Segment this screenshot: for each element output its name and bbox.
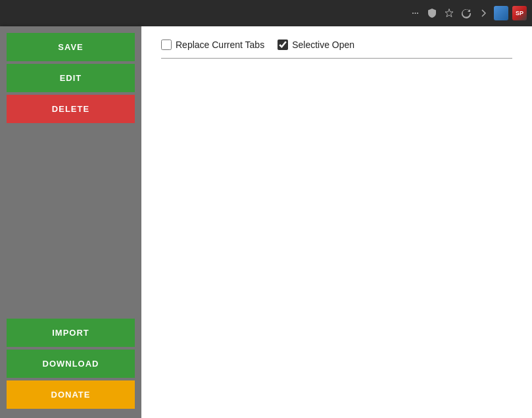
delete-button[interactable]: DELETE — [7, 95, 135, 123]
forward-icon[interactable] — [477, 7, 490, 20]
browser-chrome: ··· SP — [0, 0, 532, 26]
sidebar-spacer — [7, 126, 135, 319]
selective-open-option: Selective Open — [278, 39, 354, 50]
replace-current-tabs-label[interactable]: Replace Current Tabs — [176, 39, 264, 50]
extension-icon-1[interactable] — [494, 6, 508, 20]
right-content: Replace Current Tabs Selective Open — [141, 26, 532, 418]
edit-button[interactable]: EDIT — [7, 64, 135, 92]
main-content: SAVE EDIT DELETE IMPORT DOWNLOAD DONATE … — [0, 26, 532, 418]
save-button[interactable]: SAVE — [7, 33, 135, 61]
replace-current-tabs-option: Replace Current Tabs — [161, 39, 264, 50]
sidebar: SAVE EDIT DELETE IMPORT DOWNLOAD DONATE — [0, 26, 141, 418]
options-bar: Replace Current Tabs Selective Open — [161, 39, 512, 59]
more-options-icon[interactable]: ··· — [408, 7, 422, 20]
donate-button[interactable]: DONATE — [7, 380, 135, 409]
import-button[interactable]: IMPORT — [7, 319, 135, 347]
reload-icon[interactable] — [460, 7, 473, 20]
bookmark-icon[interactable] — [443, 7, 456, 20]
extension-icon-2[interactable]: SP — [512, 6, 527, 20]
shield-icon[interactable] — [425, 7, 439, 20]
replace-current-tabs-checkbox[interactable] — [161, 39, 172, 50]
selective-open-label[interactable]: Selective Open — [292, 39, 354, 50]
download-button[interactable]: DOWNLOAD — [7, 350, 135, 378]
selective-open-checkbox[interactable] — [278, 39, 288, 50]
